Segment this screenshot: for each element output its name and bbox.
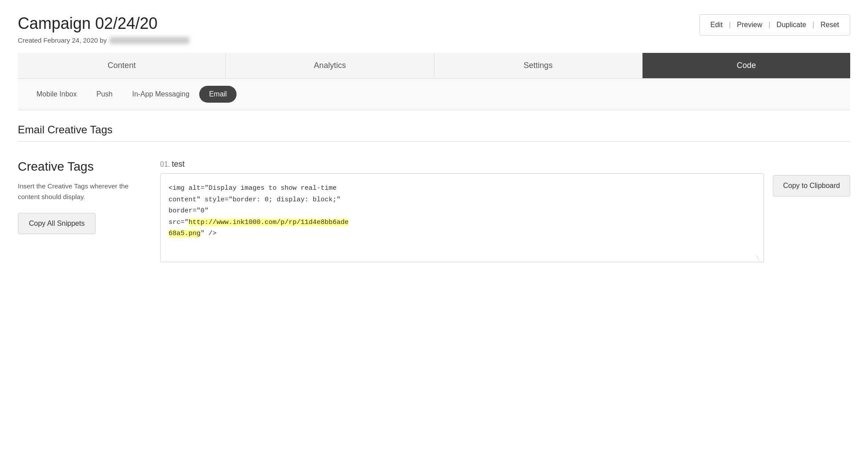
created-by-text: Created February 24, 2020 by <box>18 36 189 44</box>
preview-link[interactable]: Preview <box>737 21 762 29</box>
creative-tags-title: Creative Tags <box>18 160 133 174</box>
sub-tabs: Mobile Inbox Push In-App Messaging Email <box>18 79 850 110</box>
snippet-name: test <box>172 160 185 168</box>
author-name <box>109 37 189 44</box>
code-line-5-end: " /> <box>201 230 217 237</box>
copy-all-snippets-button[interactable]: Copy All Snippets <box>18 213 96 234</box>
creative-tags-description: Insert the Creative Tags wherever the co… <box>18 181 133 202</box>
divider <box>18 141 850 142</box>
highlighted-url-part2: 68a5.png <box>169 230 201 237</box>
tab-analytics[interactable]: Analytics <box>226 53 434 78</box>
reset-link[interactable]: Reset <box>820 21 839 29</box>
snippet-row: <img alt="Display images to show real-ti… <box>160 173 850 262</box>
subtab-email[interactable]: Email <box>199 86 237 103</box>
code-line-2: content" style="border: 0; display: bloc… <box>169 194 755 206</box>
tab-code[interactable]: Code <box>643 53 850 78</box>
subtab-mobile-inbox[interactable]: Mobile Inbox <box>27 86 87 103</box>
section-title: Email Creative Tags <box>18 124 850 136</box>
snippet-label: 01.test <box>160 160 850 169</box>
page-title: Campaign 02/24/20 <box>18 14 189 33</box>
subtab-in-app-messaging[interactable]: In-App Messaging <box>122 86 199 103</box>
resize-handle[interactable]: ╲ <box>756 255 762 260</box>
sep2: | <box>768 21 770 29</box>
tab-content[interactable]: Content <box>18 53 226 78</box>
action-bar: Edit | Preview | Duplicate | Reset <box>699 14 850 36</box>
code-line-4: src="http://www.ink1000.com/p/rp/11d4e8b… <box>169 217 755 228</box>
code-box: <img alt="Display images to show real-ti… <box>160 173 764 262</box>
highlighted-url-part1: http://www.ink1000.com/p/rp/11d4e8bb6ade <box>189 219 349 226</box>
tab-settings[interactable]: Settings <box>434 53 643 78</box>
duplicate-link[interactable]: Duplicate <box>776 21 806 29</box>
main-tabs: Content Analytics Settings Code <box>18 53 850 79</box>
code-line-1: <img alt="Display images to show real-ti… <box>169 183 755 194</box>
edit-link[interactable]: Edit <box>711 21 723 29</box>
content-area: Creative Tags Insert the Creative Tags w… <box>18 160 850 262</box>
subtab-push[interactable]: Push <box>87 86 122 103</box>
copy-to-clipboard-button[interactable]: Copy to Clipboard <box>773 175 850 196</box>
left-panel: Creative Tags Insert the Creative Tags w… <box>18 160 133 234</box>
right-panel: 01.test <img alt="Display images to show… <box>160 160 850 262</box>
sep3: | <box>812 21 814 29</box>
code-line-5: 68a5.png" /> <box>169 228 755 240</box>
sep1: | <box>729 21 731 29</box>
snippet-number: 01. <box>160 160 170 168</box>
code-line-3: border="0" <box>169 205 755 217</box>
